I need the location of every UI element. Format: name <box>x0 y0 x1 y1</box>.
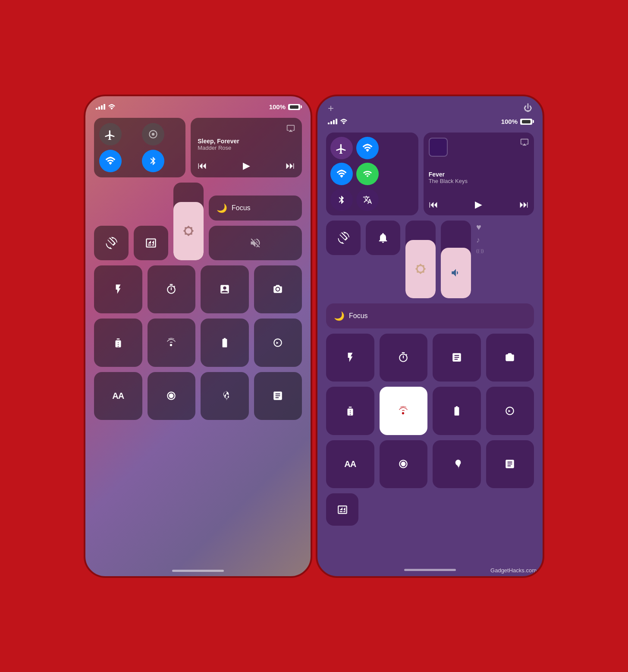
dark-mode-button[interactable] <box>254 319 302 367</box>
airplane-mode-button[interactable] <box>99 123 122 145</box>
top-utility-bar: + ⏻ <box>317 96 543 116</box>
hearing-button[interactable] <box>201 372 249 420</box>
sound-recognition-button-right[interactable] <box>380 387 428 435</box>
hotspot-button-right[interactable] <box>356 137 379 159</box>
watermark: GadgetHacks.com <box>490 567 537 574</box>
cellular-button-right[interactable] <box>356 163 379 185</box>
remote-button-right[interactable] <box>326 387 374 435</box>
connectivity-block <box>94 118 185 177</box>
guided-access-button[interactable] <box>254 372 302 420</box>
playback-controls: ⏮ ▶ ⏭ <box>198 160 295 171</box>
brightness-icon <box>183 225 194 237</box>
battery-icon-right <box>520 119 532 125</box>
low-power-button[interactable] <box>201 319 249 367</box>
track-info: Sleep, Forever Madder Rose <box>198 133 295 157</box>
now-playing-right: Fever The Black Keys ⏮ ▶ ⏭ <box>424 133 534 215</box>
airplane-mode-button-right[interactable] <box>330 137 353 159</box>
heart-icon[interactable]: ♥ <box>476 222 484 232</box>
mute-button[interactable] <box>209 226 302 260</box>
signal-icon-side: ((·)) <box>476 248 484 253</box>
wifi-icon-right <box>340 118 348 126</box>
control-center-left: Sleep, Forever Madder Rose ⏮ ▶ ⏭ <box>85 114 311 429</box>
left-phone: 100% <box>84 95 312 578</box>
moon-icon: 🌙 <box>217 203 227 213</box>
wifi-button[interactable] <box>99 150 122 172</box>
battery-status-right: 100% <box>501 118 532 125</box>
focus-button-right[interactable]: 🌙 Focus <box>326 303 534 328</box>
screen-time-button-right[interactable] <box>326 493 358 526</box>
music-note-icon: ♪ <box>476 236 484 245</box>
signal-icon <box>96 104 105 110</box>
rotation-lock-button-right[interactable] <box>326 221 361 255</box>
text-size-button[interactable]: AA <box>94 372 142 420</box>
add-button[interactable]: + <box>328 102 334 114</box>
play-button-right[interactable]: ▶ <box>475 199 482 210</box>
svg-point-3 <box>169 394 174 398</box>
brightness-slider[interactable] <box>173 183 204 260</box>
status-bar-left: 100% <box>85 96 311 114</box>
screen-record-button[interactable] <box>148 372 196 420</box>
timer-button-right[interactable] <box>380 334 428 382</box>
wifi-icon <box>108 103 116 111</box>
home-indicator-left <box>172 570 224 572</box>
rotation-lock-button[interactable] <box>94 226 129 260</box>
album-art-right <box>429 138 448 157</box>
flashlight-button-right[interactable] <box>326 334 374 382</box>
focus-button-left[interactable]: 🌙 Focus <box>209 196 302 221</box>
svg-point-1 <box>152 133 155 136</box>
prev-button-right[interactable]: ⏮ <box>429 199 438 210</box>
camera-button-right[interactable] <box>486 334 534 382</box>
timer-button[interactable] <box>148 265 196 314</box>
hearing-button-right[interactable] <box>433 440 481 489</box>
airplay-icon[interactable] <box>286 124 295 133</box>
camera-button[interactable] <box>254 265 302 314</box>
screen-mirror-button[interactable] <box>134 226 168 260</box>
focus-label-right: Focus <box>349 312 368 320</box>
track-title: Sleep, Forever <box>198 138 295 145</box>
next-button[interactable]: ⏭ <box>286 160 295 171</box>
calculator-button-right[interactable] <box>433 334 481 382</box>
icon-grid-right-4 <box>326 493 534 526</box>
remote-button[interactable] <box>94 319 142 367</box>
prev-button[interactable]: ⏮ <box>198 160 207 171</box>
play-button[interactable]: ▶ <box>243 160 250 171</box>
playback-controls-right: ⏮ ▶ ⏭ <box>429 199 529 210</box>
icon-grid-left: AA <box>94 265 302 420</box>
icon-grid-right <box>326 334 534 382</box>
battery-icon <box>288 104 300 110</box>
side-icons: ♥ ♪ ((·)) <box>476 221 484 253</box>
volume-icon-right <box>450 267 462 278</box>
power-button[interactable]: ⏻ <box>524 103 532 113</box>
battery-percent-right: 100% <box>501 118 518 125</box>
track-artist: Madder Rose <box>198 145 295 151</box>
bluetooth-button-right[interactable] <box>330 189 353 211</box>
low-power-button-right[interactable] <box>433 387 481 435</box>
sound-recognition-button[interactable] <box>148 319 196 367</box>
cellular-button[interactable] <box>142 123 164 145</box>
volume-slider-right[interactable] <box>441 221 471 298</box>
bluetooth-button[interactable] <box>142 150 164 172</box>
signal-icon-right <box>328 119 337 124</box>
right-phone: + ⏻ 100% <box>316 95 544 578</box>
screen-record-button-right[interactable] <box>380 440 428 489</box>
connectivity-block-right <box>326 133 418 215</box>
track-title-right: Fever <box>429 171 529 178</box>
calculator-button[interactable] <box>201 265 249 314</box>
control-center-right: Fever The Black Keys ⏮ ▶ ⏭ <box>317 129 543 535</box>
bell-button-right[interactable] <box>366 221 400 255</box>
dark-mode-button-right[interactable] <box>486 387 534 435</box>
brightness-slider-right[interactable] <box>405 221 436 298</box>
guided-access-button-right[interactable] <box>486 440 534 489</box>
battery-status: 100% <box>269 103 300 110</box>
brightness-icon-right <box>415 263 426 274</box>
airplay-icon-right[interactable] <box>520 138 529 146</box>
flashlight-button[interactable] <box>94 265 142 314</box>
battery-percent: 100% <box>269 103 286 110</box>
translate-button-right[interactable] <box>356 189 379 211</box>
text-size-button-right[interactable]: AA <box>326 440 374 489</box>
now-playing-left: Sleep, Forever Madder Rose ⏮ ▶ ⏭ <box>191 118 302 177</box>
next-button-right[interactable]: ⏭ <box>519 199 529 210</box>
wifi-button-right[interactable] <box>330 163 353 185</box>
track-artist-right: The Black Keys <box>429 178 529 184</box>
focus-label: Focus <box>232 204 251 212</box>
